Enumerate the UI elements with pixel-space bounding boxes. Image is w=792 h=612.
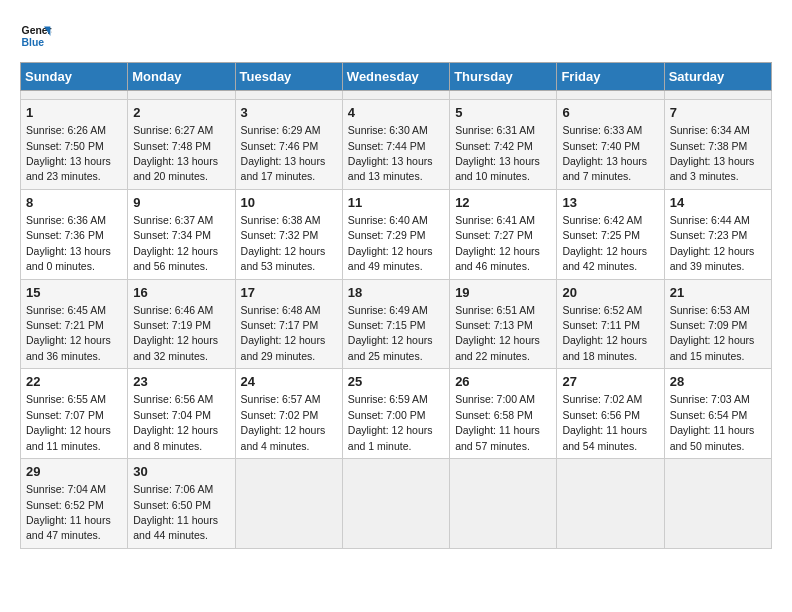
calendar-cell: [128, 91, 235, 100]
calendar-cell: 16Sunrise: 6:46 AM Sunset: 7:19 PM Dayli…: [128, 279, 235, 369]
calendar-cell: 3Sunrise: 6:29 AM Sunset: 7:46 PM Daylig…: [235, 100, 342, 190]
day-info: Sunrise: 6:36 AM Sunset: 7:36 PM Dayligh…: [26, 214, 111, 272]
day-info: Sunrise: 7:06 AM Sunset: 6:50 PM Dayligh…: [133, 483, 218, 541]
calendar-cell: 12Sunrise: 6:41 AM Sunset: 7:27 PM Dayli…: [450, 189, 557, 279]
day-number: 30: [133, 463, 229, 481]
calendar-cell: [235, 91, 342, 100]
day-info: Sunrise: 6:44 AM Sunset: 7:23 PM Dayligh…: [670, 214, 755, 272]
dow-header-wednesday: Wednesday: [342, 63, 449, 91]
dow-header-thursday: Thursday: [450, 63, 557, 91]
day-info: Sunrise: 6:49 AM Sunset: 7:15 PM Dayligh…: [348, 304, 433, 362]
calendar-cell: 11Sunrise: 6:40 AM Sunset: 7:29 PM Dayli…: [342, 189, 449, 279]
calendar-cell: [557, 91, 664, 100]
day-info: Sunrise: 6:53 AM Sunset: 7:09 PM Dayligh…: [670, 304, 755, 362]
calendar-cell: 10Sunrise: 6:38 AM Sunset: 7:32 PM Dayli…: [235, 189, 342, 279]
day-number: 6: [562, 104, 658, 122]
day-info: Sunrise: 6:31 AM Sunset: 7:42 PM Dayligh…: [455, 124, 540, 182]
calendar-cell: 21Sunrise: 6:53 AM Sunset: 7:09 PM Dayli…: [664, 279, 771, 369]
day-number: 26: [455, 373, 551, 391]
calendar-cell: 25Sunrise: 6:59 AM Sunset: 7:00 PM Dayli…: [342, 369, 449, 459]
day-info: Sunrise: 6:55 AM Sunset: 7:07 PM Dayligh…: [26, 393, 111, 451]
calendar-cell: [342, 91, 449, 100]
calendar-cell: 30Sunrise: 7:06 AM Sunset: 6:50 PM Dayli…: [128, 459, 235, 549]
day-number: 8: [26, 194, 122, 212]
day-info: Sunrise: 6:40 AM Sunset: 7:29 PM Dayligh…: [348, 214, 433, 272]
calendar-cell: [235, 459, 342, 549]
day-number: 23: [133, 373, 229, 391]
calendar-cell: 28Sunrise: 7:03 AM Sunset: 6:54 PM Dayli…: [664, 369, 771, 459]
day-info: Sunrise: 6:29 AM Sunset: 7:46 PM Dayligh…: [241, 124, 326, 182]
day-info: Sunrise: 6:26 AM Sunset: 7:50 PM Dayligh…: [26, 124, 111, 182]
day-info: Sunrise: 7:00 AM Sunset: 6:58 PM Dayligh…: [455, 393, 540, 451]
calendar-table: SundayMondayTuesdayWednesdayThursdayFrid…: [20, 62, 772, 549]
day-number: 28: [670, 373, 766, 391]
calendar-week-3: 15Sunrise: 6:45 AM Sunset: 7:21 PM Dayli…: [21, 279, 772, 369]
svg-text:Blue: Blue: [22, 37, 45, 48]
calendar-cell: [21, 91, 128, 100]
dow-header-monday: Monday: [128, 63, 235, 91]
logo: General Blue: [20, 20, 52, 52]
day-number: 13: [562, 194, 658, 212]
day-number: 12: [455, 194, 551, 212]
day-number: 24: [241, 373, 337, 391]
calendar-cell: [557, 459, 664, 549]
calendar-cell: 15Sunrise: 6:45 AM Sunset: 7:21 PM Dayli…: [21, 279, 128, 369]
day-info: Sunrise: 6:57 AM Sunset: 7:02 PM Dayligh…: [241, 393, 326, 451]
calendar-cell: [664, 91, 771, 100]
calendar-cell: 6Sunrise: 6:33 AM Sunset: 7:40 PM Daylig…: [557, 100, 664, 190]
calendar-cell: 24Sunrise: 6:57 AM Sunset: 7:02 PM Dayli…: [235, 369, 342, 459]
calendar-cell: 19Sunrise: 6:51 AM Sunset: 7:13 PM Dayli…: [450, 279, 557, 369]
day-info: Sunrise: 6:34 AM Sunset: 7:38 PM Dayligh…: [670, 124, 755, 182]
day-number: 22: [26, 373, 122, 391]
calendar-cell: 7Sunrise: 6:34 AM Sunset: 7:38 PM Daylig…: [664, 100, 771, 190]
day-number: 21: [670, 284, 766, 302]
day-number: 19: [455, 284, 551, 302]
header: General Blue: [20, 20, 772, 52]
dow-header-sunday: Sunday: [21, 63, 128, 91]
day-number: 29: [26, 463, 122, 481]
calendar-cell: 1Sunrise: 6:26 AM Sunset: 7:50 PM Daylig…: [21, 100, 128, 190]
day-number: 11: [348, 194, 444, 212]
dow-header-saturday: Saturday: [664, 63, 771, 91]
day-number: 16: [133, 284, 229, 302]
day-number: 27: [562, 373, 658, 391]
calendar-cell: [450, 91, 557, 100]
day-info: Sunrise: 6:56 AM Sunset: 7:04 PM Dayligh…: [133, 393, 218, 451]
calendar-cell: [450, 459, 557, 549]
dow-header-friday: Friday: [557, 63, 664, 91]
day-number: 5: [455, 104, 551, 122]
day-number: 20: [562, 284, 658, 302]
day-info: Sunrise: 6:27 AM Sunset: 7:48 PM Dayligh…: [133, 124, 218, 182]
calendar-week-0: [21, 91, 772, 100]
day-number: 15: [26, 284, 122, 302]
calendar-cell: 14Sunrise: 6:44 AM Sunset: 7:23 PM Dayli…: [664, 189, 771, 279]
day-number: 17: [241, 284, 337, 302]
day-info: Sunrise: 6:59 AM Sunset: 7:00 PM Dayligh…: [348, 393, 433, 451]
calendar-cell: 2Sunrise: 6:27 AM Sunset: 7:48 PM Daylig…: [128, 100, 235, 190]
calendar-week-1: 1Sunrise: 6:26 AM Sunset: 7:50 PM Daylig…: [21, 100, 772, 190]
calendar-week-4: 22Sunrise: 6:55 AM Sunset: 7:07 PM Dayli…: [21, 369, 772, 459]
day-info: Sunrise: 6:37 AM Sunset: 7:34 PM Dayligh…: [133, 214, 218, 272]
day-number: 3: [241, 104, 337, 122]
calendar-cell: 20Sunrise: 6:52 AM Sunset: 7:11 PM Dayli…: [557, 279, 664, 369]
calendar-cell: 8Sunrise: 6:36 AM Sunset: 7:36 PM Daylig…: [21, 189, 128, 279]
day-info: Sunrise: 6:48 AM Sunset: 7:17 PM Dayligh…: [241, 304, 326, 362]
day-info: Sunrise: 6:30 AM Sunset: 7:44 PM Dayligh…: [348, 124, 433, 182]
calendar-cell: [342, 459, 449, 549]
calendar-cell: 17Sunrise: 6:48 AM Sunset: 7:17 PM Dayli…: [235, 279, 342, 369]
day-info: Sunrise: 6:41 AM Sunset: 7:27 PM Dayligh…: [455, 214, 540, 272]
day-info: Sunrise: 6:52 AM Sunset: 7:11 PM Dayligh…: [562, 304, 647, 362]
calendar-cell: 18Sunrise: 6:49 AM Sunset: 7:15 PM Dayli…: [342, 279, 449, 369]
day-number: 4: [348, 104, 444, 122]
calendar-cell: 5Sunrise: 6:31 AM Sunset: 7:42 PM Daylig…: [450, 100, 557, 190]
day-info: Sunrise: 6:45 AM Sunset: 7:21 PM Dayligh…: [26, 304, 111, 362]
calendar-cell: 9Sunrise: 6:37 AM Sunset: 7:34 PM Daylig…: [128, 189, 235, 279]
day-number: 1: [26, 104, 122, 122]
day-number: 7: [670, 104, 766, 122]
calendar-week-5: 29Sunrise: 7:04 AM Sunset: 6:52 PM Dayli…: [21, 459, 772, 549]
day-number: 10: [241, 194, 337, 212]
calendar-cell: 13Sunrise: 6:42 AM Sunset: 7:25 PM Dayli…: [557, 189, 664, 279]
dow-header-tuesday: Tuesday: [235, 63, 342, 91]
day-number: 2: [133, 104, 229, 122]
day-info: Sunrise: 7:03 AM Sunset: 6:54 PM Dayligh…: [670, 393, 755, 451]
